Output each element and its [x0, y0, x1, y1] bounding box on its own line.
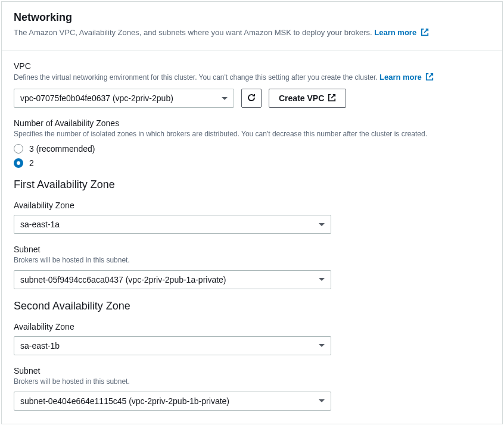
chevron-down-icon	[319, 223, 325, 226]
vpc-field: VPC Defines the virtual networking envir…	[14, 61, 490, 108]
az-radio-3-label: 3 (recommended)	[29, 144, 95, 154]
first-az-value: sa-east-1a	[20, 220, 60, 229]
second-az-field: Availability Zone sa-east-1b	[14, 322, 490, 355]
networking-panel: Networking The Amazon VPC, Availability …	[1, 1, 503, 424]
chevron-down-icon	[319, 344, 325, 347]
first-az-label: Availability Zone	[14, 201, 490, 210]
az-radio-2[interactable]: 2	[14, 158, 490, 168]
second-az-value: sa-east-1b	[20, 341, 60, 351]
create-vpc-label: Create VPC	[279, 93, 324, 103]
chevron-down-icon	[319, 399, 325, 402]
external-link-icon	[421, 28, 429, 39]
vpc-learn-more-link[interactable]: Learn more	[379, 73, 434, 82]
panel-body: VPC Defines the virtual networking envir…	[2, 51, 502, 424]
az-count-label: Number of Availability Zones	[14, 118, 490, 128]
second-az-label: Availability Zone	[14, 322, 490, 331]
external-link-icon	[328, 93, 336, 104]
chevron-down-icon	[222, 97, 228, 100]
vpc-help-text: Defines the virtual networking environme…	[14, 73, 378, 82]
radio-icon	[14, 144, 23, 154]
panel-desc-text: The Amazon VPC, Availability Zones, and …	[14, 28, 372, 37]
first-az-title: First Availability Zone	[14, 179, 490, 191]
az-radio-3[interactable]: 3 (recommended)	[14, 144, 490, 154]
vpc-select[interactable]: vpc-07075fe0b04fe0637 (vpc-2priv-2pub)	[14, 89, 234, 108]
vpc-controls-row: vpc-07075fe0b04fe0637 (vpc-2priv-2pub) C…	[14, 89, 490, 108]
refresh-button[interactable]	[241, 89, 262, 108]
panel-description: The Amazon VPC, Availability Zones, and …	[14, 27, 490, 39]
external-link-icon	[425, 73, 434, 84]
first-subnet-value: subnet-05f9494cc6aca0437 (vpc-2priv-2pub…	[20, 275, 226, 284]
vpc-select-value: vpc-07075fe0b04fe0637 (vpc-2priv-2pub)	[20, 93, 173, 103]
second-subnet-field: Subnet Brokers will be hosted in this su…	[14, 366, 490, 411]
az-count-field: Number of Availability Zones Specifies t…	[14, 118, 490, 168]
second-subnet-help: Brokers will be hosted in this subnet.	[14, 377, 490, 387]
vpc-help: Defines the virtual networking environme…	[14, 72, 490, 84]
az-radio-2-label: 2	[29, 158, 34, 168]
second-subnet-select[interactable]: subnet-0e404e664e1115c45 (vpc-2priv-2pub…	[14, 392, 331, 411]
second-subnet-value: subnet-0e404e664e1115c45 (vpc-2priv-2pub…	[20, 396, 229, 406]
create-vpc-button[interactable]: Create VPC	[269, 89, 346, 108]
vpc-label: VPC	[14, 61, 490, 71]
first-az-field: Availability Zone sa-east-1a	[14, 201, 490, 234]
first-subnet-help: Brokers will be hosted in this subnet.	[14, 255, 490, 265]
chevron-down-icon	[319, 278, 325, 281]
learn-more-text: Learn more	[374, 28, 416, 37]
second-az-title: Second Availability Zone	[14, 300, 490, 312]
first-az-select[interactable]: sa-east-1a	[14, 215, 331, 234]
learn-more-link[interactable]: Learn more	[374, 28, 428, 37]
panel-header: Networking The Amazon VPC, Availability …	[2, 2, 502, 51]
second-az-select[interactable]: sa-east-1b	[14, 336, 331, 355]
panel-title: Networking	[14, 11, 490, 24]
refresh-icon	[247, 93, 256, 104]
second-subnet-label: Subnet	[14, 366, 490, 376]
first-subnet-field: Subnet Brokers will be hosted in this su…	[14, 245, 490, 289]
radio-icon-selected	[14, 158, 23, 168]
vpc-learn-more-text: Learn more	[379, 73, 422, 82]
az-count-help: Specifies the number of isolated zones i…	[14, 129, 490, 139]
first-subnet-label: Subnet	[14, 245, 490, 254]
first-subnet-select[interactable]: subnet-05f9494cc6aca0437 (vpc-2priv-2pub…	[14, 270, 331, 289]
